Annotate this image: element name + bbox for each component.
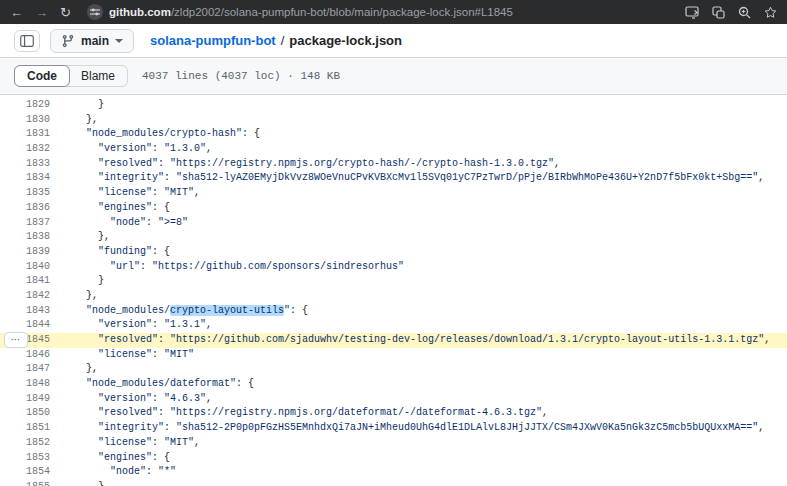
send-to-device-icon[interactable] xyxy=(685,6,699,19)
line-content: "integrity": "sha512-lyAZ0EMyjDkVvz8WOeV… xyxy=(0,171,787,186)
code-line: 1837 "node": ">=8" xyxy=(0,216,787,231)
blob-header: Code Blame 4037 lines (4037 loc) · 148 K… xyxy=(0,58,787,95)
line-content: "license": "MIT", xyxy=(0,186,787,201)
line-content: "version": "4.6.3", xyxy=(0,392,787,407)
code-line: 1842 }, xyxy=(0,289,787,304)
line-number[interactable]: 1838 xyxy=(0,230,50,245)
code-line: 1852 "license": "MIT", xyxy=(0,436,787,451)
code-line: 1850 "resolved": "https://registry.npmjs… xyxy=(0,406,787,421)
line-number[interactable]: 1833 xyxy=(0,157,50,172)
line-content: "funding": { xyxy=(0,245,787,260)
code-line: 1829 } xyxy=(0,98,787,113)
chevron-down-icon xyxy=(115,39,123,43)
code-line: 1831 "node_modules/crypto-hash": { xyxy=(0,127,787,142)
back-icon[interactable]: ← xyxy=(10,6,23,19)
code-line: 1835 "license": "MIT", xyxy=(0,186,787,201)
line-number[interactable]: 1839 xyxy=(0,245,50,260)
code-line: ⋯1845 "resolved": "https://github.com/sj… xyxy=(0,333,787,348)
line-content: "node": "*" xyxy=(0,465,787,480)
code-line: 1833 "resolved": "https://registry.npmjs… xyxy=(0,157,787,172)
line-number[interactable]: 1847 xyxy=(0,362,50,377)
line-number[interactable]: 1829 xyxy=(0,98,50,113)
code-line: 1830 }, xyxy=(0,113,787,128)
line-number[interactable]: 1846 xyxy=(0,348,50,363)
code-blame-toggle: Code Blame xyxy=(14,65,128,87)
branch-selector[interactable]: main xyxy=(50,29,134,53)
line-content: "version": "1.3.1", xyxy=(0,318,787,333)
reload-icon[interactable]: ↻ xyxy=(60,6,71,19)
line-content: }, xyxy=(0,113,787,128)
line-number[interactable]: 1848 xyxy=(0,377,50,392)
breadcrumb-repo-link[interactable]: solana-pumpfun-bot xyxy=(150,33,276,48)
line-content: } xyxy=(0,480,787,486)
line-content: "url": "https://github.com/sponsors/sind… xyxy=(0,260,787,275)
line-content: "engines": { xyxy=(0,451,787,466)
breadcrumb: solana-pumpfun-bot / package-lock.json xyxy=(150,33,402,48)
line-content: "resolved": "https://github.com/sjaduwhv… xyxy=(0,333,787,348)
code-line: 1844 "version": "1.3.1", xyxy=(0,318,787,333)
line-number[interactable]: 1842 xyxy=(0,289,50,304)
line-number[interactable]: 1836 xyxy=(0,201,50,216)
line-number[interactable]: 1830 xyxy=(0,113,50,128)
line-content: "node_modules/dateformat": { xyxy=(0,377,787,392)
line-number[interactable]: 1852 xyxy=(0,436,50,451)
code-line: 1853 "engines": { xyxy=(0,451,787,466)
line-number[interactable]: 1844 xyxy=(0,318,50,333)
code-line: 1836 "engines": { xyxy=(0,201,787,216)
code-line: 1851 "integrity": "sha512-2P0p0pFGzHS5EM… xyxy=(0,421,787,436)
line-content: "engines": { xyxy=(0,201,787,216)
code-line: 1843 "node_modules/crypto-layout-utils":… xyxy=(0,304,787,319)
line-number[interactable]: 1849 xyxy=(0,392,50,407)
code-line: 1849 "version": "4.6.3", xyxy=(0,392,787,407)
line-content: "integrity": "sha512-2P0p0pFGzHS5EMnhdxQ… xyxy=(0,421,787,436)
code-line: 1840 "url": "https://github.com/sponsors… xyxy=(0,260,787,275)
line-number[interactable]: 1831 xyxy=(0,127,50,142)
line-number[interactable]: 1850 xyxy=(0,406,50,421)
tab-blame[interactable]: Blame xyxy=(69,66,127,86)
line-number[interactable]: 1841 xyxy=(0,274,50,289)
forward-icon[interactable]: → xyxy=(35,6,48,19)
code-line: 1854 "node": "*" xyxy=(0,465,787,480)
code-line: 1832 "version": "1.3.0", xyxy=(0,142,787,157)
line-number[interactable]: 1854 xyxy=(0,465,50,480)
line-number[interactable]: 1835 xyxy=(0,186,50,201)
line-content: "version": "1.3.0", xyxy=(0,142,787,157)
line-content: "license": "MIT" xyxy=(0,348,787,363)
repo-file-header: main solana-pumpfun-bot / package-lock.j… xyxy=(0,24,787,58)
line-number[interactable]: 1837 xyxy=(0,216,50,231)
line-number[interactable]: 1853 xyxy=(0,451,50,466)
url-host: github.com xyxy=(109,6,171,18)
code-line: 1848 "node_modules/dateformat": { xyxy=(0,377,787,392)
file-meta-info: 4037 lines (4037 loc) · 148 KB xyxy=(142,70,340,82)
line-content: }, xyxy=(0,289,787,304)
code-lines: 1829 }1830 },1831 "node_modules/crypto-h… xyxy=(0,95,787,486)
code-line: 1841 } xyxy=(0,274,787,289)
address-bar[interactable]: github.com/zldp2002/solana-pumpfun-bot/b… xyxy=(87,4,673,20)
line-number[interactable]: 1840 xyxy=(0,260,50,275)
url-text: github.com/zldp2002/solana-pumpfun-bot/b… xyxy=(109,6,513,18)
line-content: "resolved": "https://registry.npmjs.org/… xyxy=(0,157,787,172)
file-tree-toggle-button[interactable] xyxy=(14,30,40,52)
line-content: "node_modules/crypto-hash": { xyxy=(0,127,787,142)
line-number[interactable]: 1851 xyxy=(0,421,50,436)
translate-icon[interactable] xyxy=(712,6,725,19)
line-content: } xyxy=(0,98,787,113)
bookmark-star-icon[interactable] xyxy=(764,6,777,19)
zoom-icon[interactable] xyxy=(738,6,751,19)
line-content: "node": ">=8" xyxy=(0,216,787,231)
line-number[interactable]: 1832 xyxy=(0,142,50,157)
code-line: 1846 "license": "MIT" xyxy=(0,348,787,363)
site-info-icon[interactable] xyxy=(87,4,103,20)
line-number[interactable]: 1855 xyxy=(0,480,50,486)
line-content: "resolved": "https://registry.npmjs.org/… xyxy=(0,406,787,421)
code-line: 1839 "funding": { xyxy=(0,245,787,260)
line-context-menu-button[interactable]: ⋯ xyxy=(4,332,28,348)
code-line: 1847 }, xyxy=(0,362,787,377)
breadcrumb-file-name: package-lock.json xyxy=(289,33,402,48)
breadcrumb-separator: / xyxy=(281,33,285,48)
line-number[interactable]: 1834 xyxy=(0,171,50,186)
line-content: } xyxy=(0,274,787,289)
git-branch-icon xyxy=(61,34,75,48)
tab-code[interactable]: Code xyxy=(14,65,70,87)
line-number[interactable]: 1843 xyxy=(0,304,50,319)
